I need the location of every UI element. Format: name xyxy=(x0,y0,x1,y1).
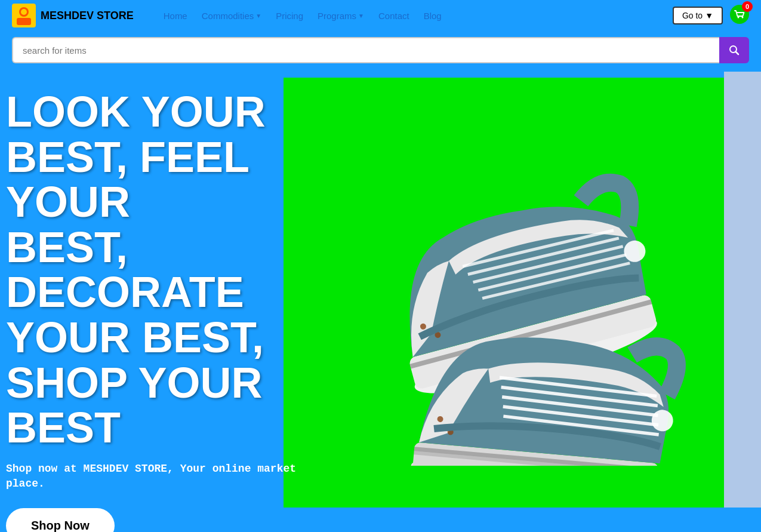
svg-point-6 xyxy=(742,17,744,19)
search-input[interactable] xyxy=(12,37,719,63)
hero-text-block: LOOK YOUR BEST, FEEL YOUR BEST, DECORATE… xyxy=(0,72,310,532)
goto-button[interactable]: Go to ▼ xyxy=(673,7,723,24)
svg-rect-2 xyxy=(17,18,31,25)
nav-right: Go to ▼ 0 xyxy=(673,5,749,26)
logo-area[interactable]: MESHDEV STORE xyxy=(12,4,134,27)
sneaker-illustration xyxy=(284,78,725,508)
right-decorative-strip xyxy=(724,72,761,508)
commodities-dropdown-icon: ▼ xyxy=(255,13,261,19)
nav-contact[interactable]: Contact xyxy=(372,8,415,23)
search-button[interactable] xyxy=(719,37,749,63)
shop-now-button[interactable]: Shop Now xyxy=(6,508,115,532)
search-bar xyxy=(0,31,761,72)
hero-product-image xyxy=(284,78,725,508)
cart-button[interactable]: 0 xyxy=(730,5,749,26)
nav-commodities[interactable]: Commodities ▼ xyxy=(196,8,267,23)
nav-home[interactable]: Home xyxy=(158,8,193,23)
logo-icon xyxy=(12,4,36,27)
svg-point-3 xyxy=(21,9,27,15)
hero-subtext: Shop now at MESHDEV STORE, Your online m… xyxy=(6,462,310,491)
nav-programs[interactable]: Programs ▼ xyxy=(312,8,370,23)
nav-blog[interactable]: Blog xyxy=(418,8,448,23)
sneakers-svg xyxy=(301,119,707,466)
nav-pricing[interactable]: Pricing xyxy=(270,8,309,23)
svg-line-8 xyxy=(736,52,739,55)
hero-headline: LOOK YOUR BEST, FEEL YOUR BEST, DECORATE… xyxy=(6,90,310,451)
goto-dropdown-icon: ▼ xyxy=(705,11,713,20)
cart-badge: 0 xyxy=(742,1,753,12)
search-icon xyxy=(728,44,740,56)
nav-links: Home Commodities ▼ Pricing Programs ▼ Co… xyxy=(158,8,667,23)
programs-dropdown-icon: ▼ xyxy=(358,13,364,19)
hero-section: LOOK YOUR BEST, FEEL YOUR BEST, DECORATE… xyxy=(0,72,761,532)
logo-text: MESHDEV STORE xyxy=(41,10,134,22)
navbar: MESHDEV STORE Home Commodities ▼ Pricing… xyxy=(0,0,761,31)
svg-point-5 xyxy=(738,17,740,19)
